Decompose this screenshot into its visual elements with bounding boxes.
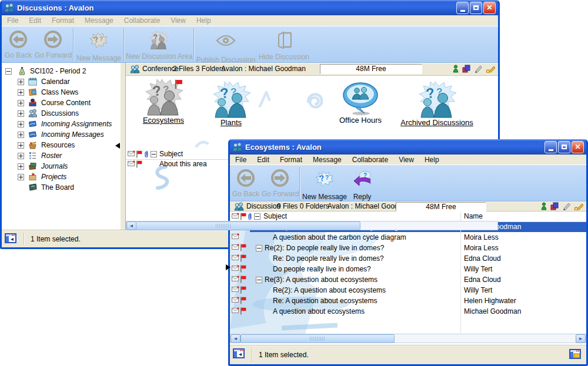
expand-box[interactable]: [18, 153, 24, 159]
maximize-button[interactable]: [470, 2, 482, 14]
menu-edit[interactable]: Edit: [252, 156, 275, 164]
expand-box[interactable]: [18, 132, 24, 138]
close-button[interactable]: [572, 141, 584, 153]
menu-collaborate[interactable]: Collaborate: [119, 16, 165, 25]
tree-item-projects[interactable]: Projects: [2, 172, 121, 182]
go-back-button[interactable]: Go Back: [3, 29, 34, 61]
scroll-thumb[interactable]: [240, 334, 395, 343]
splitter-collapse-arrow[interactable]: [115, 143, 120, 149]
shortcut-office-hours[interactable]: Office Hours: [316, 82, 405, 125]
tree-item-resources[interactable]: Resources: [2, 140, 121, 150]
assignments-icon: [28, 119, 37, 128]
table-row[interactable]: Re(2): A question about ecosystems Willy…: [230, 285, 586, 296]
pane-toggle-icon[interactable]: [5, 233, 16, 243]
expand-box[interactable]: [18, 89, 24, 96]
name-column-header[interactable]: Name: [464, 211, 483, 221]
tree-item-incoming-assignments[interactable]: Incoming Assignments: [2, 119, 121, 129]
menu-message[interactable]: Message: [308, 156, 347, 164]
scroll-thumb[interactable]: [136, 221, 360, 230]
expand-box[interactable]: [18, 142, 24, 149]
tree-item-sci102[interactable]: SCI102 - Period 2: [2, 66, 121, 76]
expand-box[interactable]: [18, 121, 24, 127]
pages-permission-icon: [550, 202, 559, 210]
table-row[interactable]: Re(3): A question about ecosystems Edna …: [230, 274, 586, 285]
expand-box[interactable]: [18, 174, 24, 180]
new-message-button[interactable]: ?? New Message: [302, 168, 348, 200]
table-row[interactable]: A question about the carbon cycle diagra…: [230, 232, 586, 243]
new-message-button[interactable]: ?? New Message: [76, 29, 122, 61]
collapse-all-box[interactable]: [254, 213, 260, 220]
collapse-box[interactable]: [5, 68, 12, 75]
menu-file[interactable]: File: [2, 16, 24, 25]
publish-discussion-button[interactable]: Publish Discussion: [196, 29, 256, 61]
scroll-left-arrow[interactable]: ◄: [126, 221, 136, 230]
menu-format[interactable]: Format: [46, 16, 79, 25]
pane-toggle-icon[interactable]: [233, 348, 245, 358]
thread-collapse-box[interactable]: [256, 245, 262, 251]
expand-box[interactable]: [18, 100, 24, 106]
subject-column-header[interactable]: Subject: [159, 149, 183, 159]
roster-icon: [28, 151, 37, 160]
tree-item-roster[interactable]: Roster: [2, 150, 121, 161]
scroll-right-arrow[interactable]: ►: [576, 334, 586, 343]
maximize-button[interactable]: [558, 141, 570, 153]
scroll-left-arrow[interactable]: ◄: [230, 334, 240, 343]
menu-view[interactable]: View: [393, 156, 419, 164]
table-row[interactable]: Re: A question about ecosystems Helen Hi…: [230, 296, 586, 306]
thread-collapse-box[interactable]: [256, 277, 262, 283]
view-toggle-icon[interactable]: [569, 349, 581, 359]
list-item-subject[interactable]: About this area: [159, 159, 207, 169]
close-button[interactable]: [483, 2, 496, 14]
pencil-key-permission-icon: [574, 202, 583, 210]
shortcut-label[interactable]: Office Hours: [339, 116, 382, 125]
statusbar-divider: [24, 233, 24, 245]
shortcut-plants[interactable]: ?? Plants: [187, 80, 275, 127]
shortcut-label[interactable]: Ecosystems: [143, 116, 184, 125]
shortcut-label[interactable]: Plants: [220, 118, 242, 127]
menu-view[interactable]: View: [165, 16, 191, 25]
tree-item-calendar[interactable]: Calendar: [2, 76, 121, 87]
horizontal-scrollbar[interactable]: ◄: [126, 221, 498, 230]
pane-splitter[interactable]: [121, 63, 125, 230]
menu-format[interactable]: Format: [275, 156, 308, 164]
menu-help[interactable]: Help: [419, 156, 445, 164]
messages-icon: [28, 130, 37, 139]
shortcut-label[interactable]: Archived Discussions: [400, 118, 473, 127]
shortcut-archived-discussions[interactable]: ?? Archived Discussions: [393, 80, 481, 127]
minimize-button[interactable]: [456, 2, 469, 14]
subject-column-header[interactable]: Subject: [263, 211, 287, 221]
ecosystems-window[interactable]: Ecosystems : Avalon File Edit Format Mes…: [228, 139, 588, 366]
reply-button[interactable]: ? Reply: [349, 168, 376, 200]
hide-discussion-button[interactable]: Hide Discussion: [257, 29, 311, 61]
go-forward-button[interactable]: Go Forward: [262, 168, 298, 200]
conference-bar: Conference 2 Files 3 Folders Avalon : Mi…: [126, 63, 498, 76]
table-row[interactable]: Re(2): Do people really live in domes? M…: [230, 243, 586, 253]
folder-tree: SCI102 - Period 2 Calendar Class News Co…: [2, 63, 121, 230]
new-discussion-area-button[interactable]: ?? New Discussion Area: [126, 29, 192, 61]
tree-item-incoming-messages[interactable]: Incoming Messages: [2, 129, 121, 140]
table-row[interactable]: Do people really live in domes? Willy Te…: [230, 264, 586, 274]
discussions-titlebar[interactable]: Discussions : Avalon: [2, 0, 498, 15]
tree-item-the-board[interactable]: The Board: [2, 182, 121, 193]
tree-item-discussions[interactable]: Discussions: [2, 108, 121, 119]
app-icon: [232, 142, 242, 152]
menu-collaborate[interactable]: Collaborate: [347, 156, 393, 164]
tree-item-journals[interactable]: Journals: [2, 161, 121, 172]
menu-file[interactable]: File: [230, 156, 252, 164]
minimize-button[interactable]: [544, 141, 557, 153]
tree-item-course-content[interactable]: Course Content: [2, 98, 121, 108]
expand-box[interactable]: [18, 163, 24, 170]
menu-help[interactable]: Help: [191, 16, 216, 25]
expand-box[interactable]: [18, 79, 24, 85]
table-row[interactable]: A question about ecosystems Michael Good…: [230, 306, 586, 317]
go-forward-button[interactable]: Go Forward: [35, 29, 71, 61]
tree-item-class-news[interactable]: Class News: [2, 87, 121, 98]
menu-edit[interactable]: Edit: [24, 16, 46, 25]
horizontal-scrollbar[interactable]: ◄ ►: [230, 334, 586, 343]
table-row[interactable]: Re: Do people really live in domes? Edna…: [230, 253, 586, 264]
expand-box[interactable]: [18, 110, 24, 117]
collapse-all-box[interactable]: [151, 151, 157, 157]
menu-message[interactable]: Message: [79, 16, 119, 25]
ecosystems-titlebar[interactable]: Ecosystems : Avalon: [230, 139, 586, 155]
go-back-button[interactable]: Go Back: [231, 168, 260, 200]
